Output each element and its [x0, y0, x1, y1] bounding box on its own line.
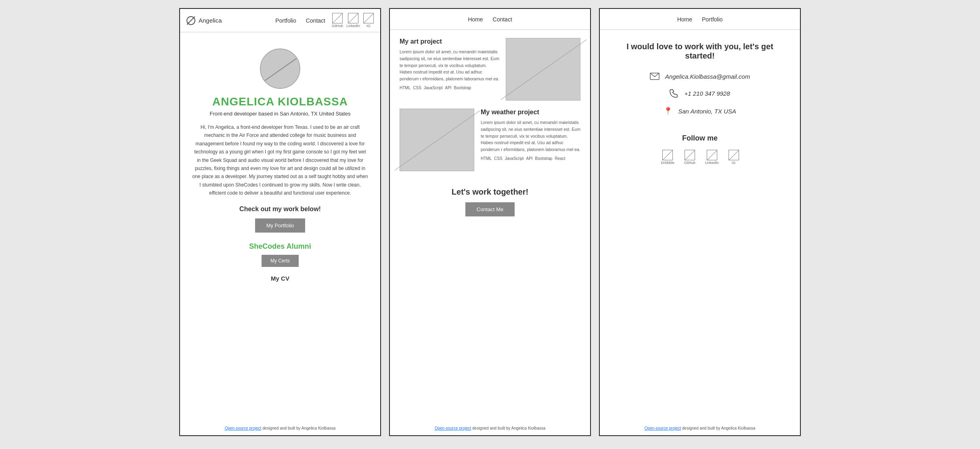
dribbble-wrap: Dribbble — [661, 150, 674, 165]
brand-name: Angelica — [199, 17, 222, 24]
nav-portfolio: Home Contact — [390, 9, 590, 30]
ig-social-wrap: IG — [363, 13, 374, 28]
project-desc-art: Lorem ipsum dolor sit amet, cu menandri … — [400, 48, 499, 82]
github-icon3[interactable] — [685, 150, 695, 160]
phone-icon — [670, 89, 678, 98]
project-tags-weather: HTML CSS JavaScript API Bootstrap React — [481, 156, 580, 161]
open-source-link[interactable]: Open-source project — [225, 426, 262, 430]
panel-contact: Home Portfolio I would love to work with… — [599, 8, 801, 436]
tag-api2: API — [526, 156, 532, 161]
email-icon — [650, 73, 660, 80]
bio-text: Hi, I'm Angelica, a front-end developer … — [192, 123, 368, 197]
footer-text2: designed and built by Angelica Kiolbassa — [472, 426, 545, 430]
github-icon[interactable] — [332, 13, 343, 23]
nav-link-portfolio2[interactable]: Portfolio — [702, 16, 722, 23]
social-grid: Dribbble GitHub LinkedIn IG — [661, 150, 739, 165]
contact-button[interactable]: Contact Me — [465, 202, 515, 216]
location-text: San Antonio, TX USA — [678, 108, 736, 115]
nav-link-home[interactable]: Home — [468, 16, 483, 23]
linkedin-icon[interactable] — [348, 13, 358, 23]
linkedin-social-wrap: LinkedIn — [346, 13, 360, 28]
nav-link-portfolio[interactable]: Portfolio — [275, 17, 296, 24]
cv-heading: My CV — [271, 275, 289, 282]
ig-wrap3: IG — [729, 150, 739, 165]
project-desc-weather: Lorem ipsum dolor sit amet, cu menandri … — [481, 119, 580, 153]
location-icon: 📍 — [664, 107, 672, 115]
linkedin-label3: LinkedIn — [705, 161, 719, 165]
github-label3: GitHub — [684, 161, 695, 165]
github-wrap3: GitHub — [684, 150, 695, 165]
check-work-label: Check out my work below! — [239, 206, 321, 213]
open-source-link3[interactable]: Open-source project — [645, 426, 681, 430]
panel-home: Angelica Portfolio Contact GitHub Linked… — [179, 8, 381, 436]
avatar — [260, 48, 300, 89]
linkedin-wrap3: LinkedIn — [705, 150, 719, 165]
dribbble-icon[interactable] — [662, 150, 673, 160]
project-image-weather — [400, 109, 474, 171]
portfolio-content: My art project Lorem ipsum dolor sit ame… — [390, 30, 590, 224]
contact-content: I would love to work with you, let's get… — [600, 30, 800, 177]
name-heading: ANGELICA KIOLBASSA — [212, 95, 348, 108]
footer-text: designed and built by Angelica Kiolbassa — [262, 426, 335, 430]
project-title-weather: My weather project — [481, 109, 580, 116]
contact-footer: Open-source project designed and built b… — [600, 421, 800, 435]
brand-icon — [186, 16, 195, 25]
project-image-art — [506, 38, 580, 101]
nav-links-contact: Home Portfolio — [677, 16, 723, 23]
nav-contact: Home Portfolio — [600, 9, 800, 30]
open-source-link2[interactable]: Open-source project — [435, 426, 471, 430]
github-label: GitHub — [332, 24, 343, 28]
project-info-art: My art project Lorem ipsum dolor sit ame… — [400, 38, 499, 90]
contact-email-item: Angelica.Kiolbassa@gmail.com — [616, 73, 784, 80]
contact-location-item: 📍 San Antonio, TX USA — [616, 107, 784, 115]
project-title-art: My art project — [400, 38, 499, 45]
tag-html: HTML — [400, 86, 410, 90]
nav-link-contact2[interactable]: Contact — [493, 16, 512, 23]
contact-heading: I would love to work with you, let's get… — [616, 42, 784, 61]
subtitle: Front-end developer based in San Antonio… — [210, 111, 351, 117]
shecodes-heading: SheCodes Alumni — [249, 242, 311, 251]
tag-js2: JavaScript — [505, 156, 524, 161]
tag-bootstrap: Bootstrap — [454, 86, 471, 90]
linkedin-icon3[interactable] — [707, 150, 717, 160]
linkedin-label: LinkedIn — [346, 24, 360, 28]
project-tags-art: HTML CSS JavaScript API Bootstrap — [400, 86, 499, 90]
certs-button[interactable]: My Certs — [262, 255, 299, 267]
nav-links-portfolio: Home Contact — [468, 16, 512, 23]
project-card-art: My art project Lorem ipsum dolor sit ame… — [400, 38, 580, 101]
nav-link-contact[interactable]: Contact — [306, 17, 325, 24]
ig-label: IG — [366, 24, 371, 28]
email-text: Angelica.Kiolbassa@gmail.com — [665, 73, 750, 80]
portfolio-button[interactable]: My Portfolio — [255, 218, 306, 233]
portfolio-footer: Open-source project designed and built b… — [390, 421, 590, 435]
home-content: ANGELICA KIOLBASSA Front-end developer b… — [180, 32, 380, 290]
panel-portfolio: Home Contact My art project Lorem ipsum … — [389, 8, 591, 436]
nav-links-home: Portfolio Contact — [275, 17, 325, 24]
footer-text3: designed and built by Angelica Kiolbassa — [682, 426, 755, 430]
project-card-weather: My weather project Lorem ipsum dolor sit… — [400, 109, 580, 171]
github-social-wrap: GitHub — [332, 13, 343, 28]
nav-brand: Angelica — [186, 16, 222, 25]
tag-css2: CSS — [494, 156, 503, 161]
contact-phone-item: +1 210 347 9928 — [616, 89, 784, 98]
tag-js: JavaScript — [424, 86, 443, 90]
ig-icon3[interactable] — [729, 150, 739, 160]
project-info-weather: My weather project Lorem ipsum dolor sit… — [481, 109, 580, 161]
lets-work-label: Let's work together! — [400, 187, 580, 197]
ig-icon[interactable] — [363, 13, 374, 23]
nav-link-home2[interactable]: Home — [677, 16, 692, 23]
ig-label3: IG — [732, 161, 736, 165]
nav-home: Angelica Portfolio Contact GitHub Linked… — [180, 9, 380, 32]
tag-api: API — [445, 86, 451, 90]
tag-html2: HTML — [481, 156, 492, 161]
tag-css: CSS — [413, 86, 421, 90]
tag-react: React — [555, 156, 565, 161]
nav-socials: GitHub LinkedIn IG — [332, 13, 374, 28]
follow-heading: Follow me — [682, 134, 718, 143]
home-footer: Open-source project designed and built b… — [180, 421, 380, 435]
tag-bootstrap2: Bootstrap — [535, 156, 553, 161]
phone-text: +1 210 347 9928 — [684, 90, 730, 97]
dribbble-label: Dribbble — [661, 161, 674, 165]
